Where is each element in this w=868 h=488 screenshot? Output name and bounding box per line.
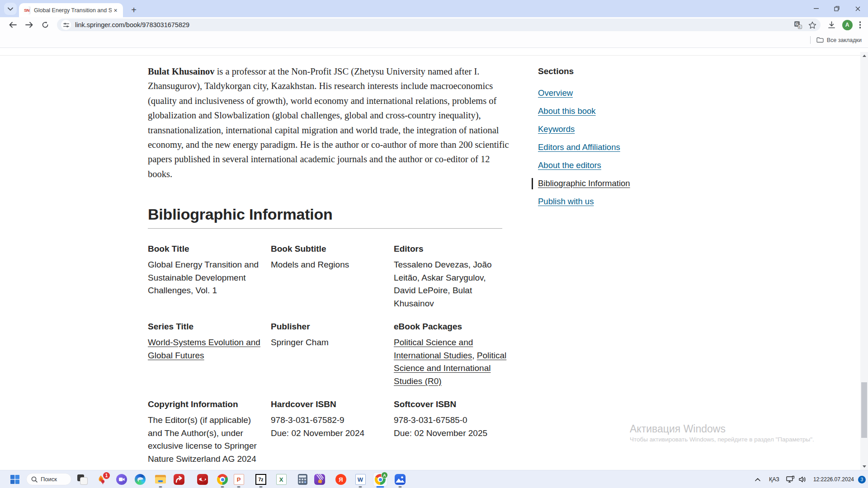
excel-button[interactable]: X <box>274 473 288 486</box>
bookmarks-separator <box>810 36 811 44</box>
browser-tab[interactable]: SN Global Energy Transition and Su × <box>19 3 123 17</box>
purple-comet-app-button[interactable] <box>313 473 326 486</box>
notification-center-badge[interactable]: 3 <box>858 476 866 483</box>
field-link[interactable]: World-Systems Evolution and Global Futur… <box>148 338 260 360</box>
profile-avatar[interactable]: A <box>842 20 853 30</box>
browser-menu-button[interactable] <box>859 21 861 28</box>
section-link[interactable]: Publish with us <box>538 197 594 206</box>
window-restore-button[interactable] <box>826 0 847 17</box>
photos-button[interactable] <box>393 473 407 486</box>
video-chat-app-button[interactable] <box>115 473 128 486</box>
downloads-button[interactable] <box>828 21 835 29</box>
chrome-button[interactable] <box>216 473 229 486</box>
red-eye-app-icon <box>197 474 208 485</box>
tab-search-button[interactable] <box>4 3 17 15</box>
powerpoint-button[interactable]: P <box>232 473 245 486</box>
bibliographic-field: PublisherSpringer Cham <box>271 322 394 388</box>
7zip-button[interactable]: 7z <box>254 473 268 486</box>
field-link[interactable]: Political Science and International Stud… <box>394 338 473 360</box>
language-indicator[interactable]: ҚАЗ <box>764 470 784 488</box>
site-settings-button[interactable] <box>61 20 71 30</box>
all-bookmarks-button[interactable]: Все закладки <box>816 37 862 43</box>
section-divider <box>0 55 860 56</box>
tab-close-icon[interactable]: × <box>112 6 119 14</box>
bibliographic-field: EditorsTessaleno Devezas, João Leitão, A… <box>394 244 515 310</box>
section-link[interactable]: About this book <box>538 106 596 116</box>
new-tab-button[interactable]: + <box>127 4 140 16</box>
bibliographic-grid: Book TitleGlobal Energy Transition and S… <box>148 244 515 465</box>
bibliographic-field: Hardcover ISBN978-3-031-67582-9Due: 02 N… <box>271 399 394 465</box>
field-label: Publisher <box>271 322 394 332</box>
flame-pin-app-button[interactable]: 1 <box>95 473 108 486</box>
heading-rule <box>148 228 502 229</box>
taskbar-search[interactable]: Поиск <box>26 473 71 485</box>
windows-logo-icon <box>10 474 20 484</box>
section-link[interactable]: Overview <box>538 88 573 98</box>
task-view-icon <box>77 474 87 484</box>
bookmark-star-icon[interactable] <box>808 21 816 29</box>
url-text[interactable]: link.springer.com/book/9783031675829 <box>75 21 189 28</box>
start-button[interactable] <box>8 473 22 486</box>
sidebar-section-item: Overview <box>538 88 640 98</box>
back-button[interactable] <box>6 18 19 32</box>
edge-icon <box>135 474 146 485</box>
window-close-button[interactable] <box>847 0 868 17</box>
7zip-icon: 7z <box>255 474 266 485</box>
network-button[interactable] <box>784 470 797 488</box>
section-link[interactable]: Editors and Affiliations <box>538 142 620 152</box>
field-value: Global Energy Transition and Sustainable… <box>148 258 262 297</box>
file-explorer-button[interactable] <box>154 473 167 486</box>
sidebar-section-item: Bibliographic Information <box>538 178 640 188</box>
address-bar[interactable]: link.springer.com/book/9783031675829 G я <box>57 19 821 31</box>
scroll-up-button[interactable] <box>860 52 868 59</box>
page-scrollbar[interactable] <box>860 52 868 470</box>
volume-button[interactable] <box>797 470 809 488</box>
bookmarks-bar: Все закладки <box>0 33 868 48</box>
springer-nature-favicon: SN <box>23 6 31 14</box>
taskbar-clock[interactable]: 12:22 26.07.2024 <box>813 470 854 488</box>
chrome-active-profile-button[interactable]: A <box>373 473 387 486</box>
red-eye-app-button[interactable] <box>196 473 209 486</box>
search-icon <box>31 476 38 483</box>
section-link[interactable]: Keywords <box>538 124 575 134</box>
section-link[interactable]: Bibliographic Information <box>538 178 630 188</box>
field-label: Editors <box>394 244 515 254</box>
scrollbar-thumb[interactable] <box>861 382 867 438</box>
reload-button[interactable] <box>38 18 52 32</box>
sidebar-section-item: Publish with us <box>538 196 640 206</box>
edge-button[interactable] <box>133 473 147 486</box>
translate-button[interactable]: G я <box>794 21 802 29</box>
window-minimize-button[interactable] <box>806 0 826 17</box>
red-arrow-app-button[interactable] <box>172 473 186 486</box>
chevron-up-icon <box>755 478 760 481</box>
search-label: Поиск <box>41 476 57 483</box>
field-value: 978-3-031-67585-0 <box>394 414 508 427</box>
yandex-browser-button[interactable]: Я <box>334 473 348 486</box>
reload-icon <box>42 21 49 28</box>
word-button[interactable]: W <box>354 473 367 486</box>
editor-bio-text: is a professor at the Non-Profit JSC (Zh… <box>148 66 509 179</box>
chevron-down-icon <box>8 7 13 11</box>
flame-pin-app-icon: 1 <box>96 474 107 485</box>
forward-button[interactable] <box>22 18 36 32</box>
minimize-icon <box>814 8 819 9</box>
task-view-button[interactable] <box>75 473 89 486</box>
close-icon <box>855 6 860 11</box>
section-link[interactable]: About the editors <box>538 160 601 170</box>
calculator-icon <box>298 474 307 485</box>
field-value: Tessaleno Devezas, João Leitão, Askar Sa… <box>394 258 508 310</box>
calculator-button[interactable] <box>296 473 309 486</box>
folder-icon <box>816 37 824 43</box>
purple-comet-app-icon <box>314 474 325 485</box>
tray-chevron-button[interactable] <box>751 470 764 488</box>
chrome-icon: A <box>375 474 386 485</box>
field-value: Political Science and International Stud… <box>394 336 508 388</box>
field-value: The Editor(s) (if applicable) and The Au… <box>148 414 262 465</box>
scroll-down-button[interactable] <box>860 463 868 470</box>
speaker-icon <box>799 476 807 483</box>
bibliographic-field: Book TitleGlobal Energy Transition and S… <box>148 244 271 310</box>
yandex-browser-icon: Я <box>335 474 346 485</box>
file-explorer-icon <box>155 475 166 484</box>
editor-name: Bulat Khusainov <box>148 66 215 76</box>
bibliographic-field: Book SubtitleModels and Regions <box>271 244 394 310</box>
